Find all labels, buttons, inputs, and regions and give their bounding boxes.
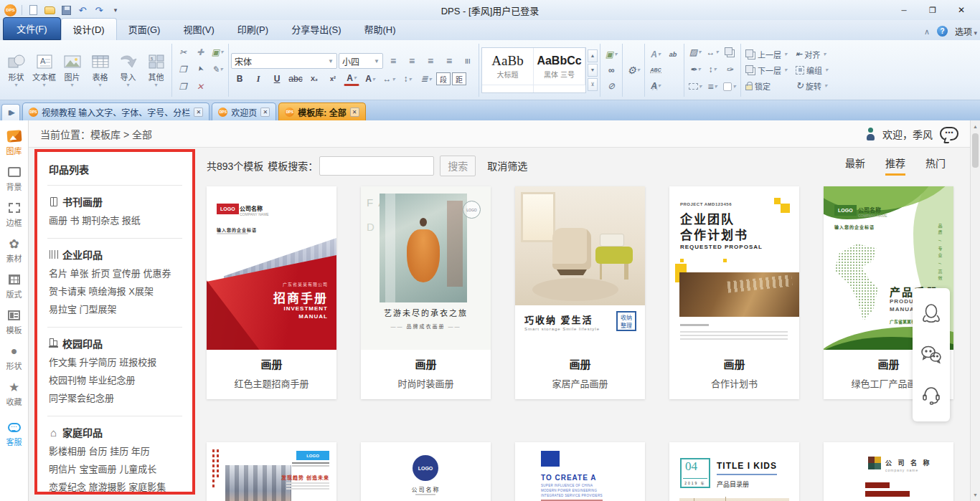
underline-button[interactable]: U — [269, 72, 285, 86]
line-spacing-button[interactable]: ▾ — [400, 72, 415, 86]
font-family-select[interactable]: 宋体▼ — [231, 53, 337, 69]
h-distribute-button[interactable]: ▾ — [705, 45, 720, 59]
superscript-button[interactable]: x² — [325, 72, 341, 86]
menu-design[interactable]: 设计(D) — [61, 18, 117, 40]
rail-item-template[interactable]: 模板 — [1, 305, 28, 339]
justify-button[interactable] — [441, 54, 457, 68]
app-logo-icon[interactable]: DPS — [4, 4, 17, 16]
text-effect-button[interactable]: ▾ — [648, 79, 664, 93]
sort-recommended[interactable]: 推荐 — [885, 156, 905, 176]
rail-item-support[interactable]: 客服 — [1, 417, 28, 451]
group-objects-button[interactable]: 编组▾ — [793, 63, 830, 77]
rail-item-border[interactable]: 边框 — [1, 198, 28, 232]
tab-template-library[interactable]: DPS 模板库: 全部 — [278, 102, 365, 120]
columns-button[interactable]: ▾ — [418, 72, 434, 86]
category-links[interactable]: 名片 单张 折页 宣传册 优惠券 — [49, 264, 181, 282]
options-dropdown[interactable]: 选项 — [955, 25, 977, 37]
insert-other-button[interactable]: 5 其他▾ — [143, 52, 169, 88]
category-links[interactable]: 画册 书 期刊杂志 报纸 — [49, 211, 181, 229]
wechat-contact-button[interactable] — [919, 343, 943, 367]
section-title[interactable]: 书刊画册 — [62, 194, 103, 209]
undo-button[interactable] — [77, 4, 88, 16]
line-weight-button[interactable]: ▾ — [705, 80, 720, 94]
category-links[interactable]: 作文集 升学简历 班报校报 — [49, 353, 181, 371]
collapse-ribbon-icon[interactable] — [924, 26, 930, 37]
font-size-select[interactable]: 小四▼ — [339, 53, 383, 69]
category-links[interactable]: 易拉宝 门型展架 — [49, 300, 181, 318]
import-button[interactable]: 导入▾ — [115, 52, 141, 88]
expand-panel-button[interactable] — [1, 104, 20, 120]
rail-item-layout[interactable]: 版式 — [1, 269, 28, 303]
category-links[interactable]: 恋爱纪念 旅游摄影 家庭影集 — [49, 478, 181, 495]
tab-video-tutorial[interactable]: DPS 视频教程 输入文字、字体、字号、分栏 — [22, 102, 209, 120]
copy-button[interactable] — [175, 62, 191, 77]
align-right-button[interactable] — [423, 54, 438, 68]
format-painter-button[interactable] — [722, 62, 738, 77]
close-tab-icon[interactable] — [350, 108, 359, 117]
insert-image-button[interactable]: 图片▾ — [59, 52, 85, 88]
redo-button[interactable] — [93, 4, 105, 16]
pan-tool-button[interactable] — [192, 45, 208, 59]
replace-image-button[interactable]: ▾ — [209, 45, 225, 59]
new-document-button[interactable] — [27, 4, 39, 16]
paste-button[interactable] — [175, 80, 191, 94]
edit-points-button[interactable]: ▾ — [209, 62, 225, 77]
shape-fill-swatch-button[interactable]: ▾ — [722, 80, 738, 94]
vertical-text-button[interactable] — [460, 54, 476, 68]
search-input[interactable] — [319, 156, 434, 176]
strikethrough-button[interactable]: abc — [288, 72, 303, 86]
outline-color-button[interactable]: ▾ — [687, 62, 703, 77]
style-scroll-down-button[interactable]: ▼ — [588, 64, 598, 77]
scroll-down-button[interactable] — [971, 490, 980, 500]
qq-contact-button[interactable] — [919, 302, 943, 326]
char-spacing-button[interactable]: ▾ — [381, 72, 397, 86]
phonetic-guide-button[interactable] — [665, 47, 681, 62]
font-color-button[interactable]: A▾ — [344, 72, 359, 86]
hyperlink-button[interactable] — [603, 63, 619, 77]
cut-button[interactable] — [175, 45, 191, 59]
template-card-red-investment[interactable]: LOGO 公司名称 COMPANY NAME 输入您的企业标语 广东省某某有限公… — [207, 186, 336, 399]
template-card-kids-catalog[interactable]: 04 2019 年 TITLE I KIDS 产品目录册 — [669, 442, 799, 501]
menu-page[interactable]: 页面(G) — [117, 19, 172, 40]
minimize-button[interactable] — [890, 1, 918, 19]
section-title[interactable]: 校园印品 — [62, 336, 103, 350]
border-style-button[interactable]: ▾ — [687, 80, 703, 94]
italic-button[interactable]: I — [250, 72, 266, 86]
align-left-button[interactable] — [385, 54, 401, 68]
insert-shape-button[interactable]: 形状▾ — [3, 52, 29, 88]
template-card-proposal[interactable]: PROJECT AMD123456 企业团队 合作计划书 REQUESTED P… — [669, 186, 799, 399]
style-heading-1[interactable]: AaBb大标题 — [482, 48, 534, 85]
rotate-object-button[interactable]: 旋转▾ — [793, 79, 830, 93]
maximize-button[interactable] — [918, 1, 947, 19]
style-heiti-3[interactable]: AaBbCc黑体 三号 — [534, 48, 585, 85]
template-card-trend-brochure[interactable]: LOGO 发现趋势 创造未来 — [207, 442, 336, 501]
bold-button[interactable]: B — [232, 72, 248, 86]
category-links[interactable]: 同学聚会纪念册 — [49, 389, 181, 407]
vertical-scrollbar[interactable] — [970, 120, 980, 501]
rail-item-shape[interactable]: 形状 — [1, 341, 28, 375]
customize-toolbar-dropdown[interactable] — [110, 4, 121, 16]
close-button[interactable] — [947, 1, 976, 19]
customer-service-button[interactable] — [919, 383, 943, 408]
close-tab-icon[interactable] — [260, 108, 270, 117]
highlight-color-button[interactable]: A▾ — [362, 72, 378, 86]
scrollbar-thumb[interactable] — [972, 133, 979, 168]
menu-share-export[interactable]: 分享导出(S) — [280, 19, 352, 40]
scroll-up-button[interactable] — [971, 121, 980, 132]
rail-item-gallery[interactable]: 图库 — [1, 126, 28, 160]
rail-item-material[interactable]: 素材 — [1, 234, 28, 267]
style-gallery-more-button[interactable]: ⊻ — [588, 78, 598, 91]
sort-newest[interactable]: 最新 — [845, 156, 865, 176]
lock-object-button[interactable]: 锁定 — [743, 79, 789, 93]
bring-forward-button[interactable]: 上一层▾ — [743, 47, 789, 62]
section-title[interactable]: 家庭印品 — [62, 425, 103, 439]
insert-textbox-button[interactable]: A 文本框▾ — [31, 52, 57, 88]
send-backward-button[interactable]: 下一层▾ — [743, 63, 789, 77]
v-distribute-button[interactable]: ▾ — [705, 62, 720, 77]
wrap-image-button[interactable]: ▾ — [603, 47, 619, 62]
menu-print[interactable]: 印刷(P) — [226, 19, 280, 40]
close-tab-icon[interactable] — [194, 108, 203, 117]
fill-color-button[interactable]: ▾ — [687, 45, 703, 59]
sort-popular[interactable]: 热门 — [925, 156, 946, 176]
menu-help[interactable]: 帮助(H) — [352, 19, 407, 40]
